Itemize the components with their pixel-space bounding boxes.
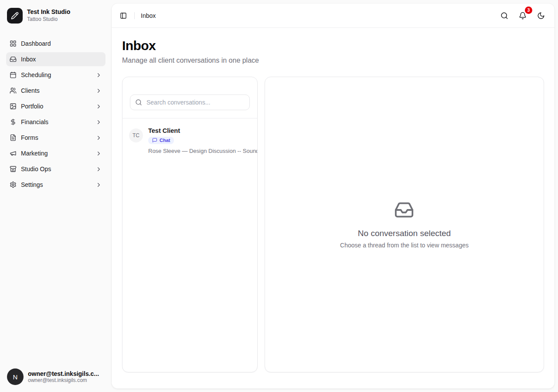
- sidebar-item-marketing[interactable]: Marketing: [6, 146, 105, 160]
- sidebar-item-label: Dashboard: [21, 40, 102, 47]
- chevron-right-icon: [95, 166, 102, 172]
- chevron-right-icon: [95, 72, 102, 78]
- studio-tagline: Tattoo Studio: [27, 16, 70, 23]
- user-email: owner@test.inksigils.com: [28, 377, 99, 383]
- user-info: owner@test.inksigils.c... owner@test.ink…: [28, 370, 99, 383]
- conversation-client-name: Test Client: [148, 127, 257, 135]
- inbox-icon: [394, 200, 414, 220]
- store-icon: [10, 166, 17, 172]
- conversation-detail-panel: No conversation selected Choose a thread…: [265, 77, 544, 372]
- user-account-button[interactable]: N owner@test.inksigils.c... owner@test.i…: [3, 365, 108, 389]
- sidebar-item-label: Studio Ops: [21, 166, 91, 172]
- chevron-right-icon: [95, 135, 102, 141]
- dark-mode-toggle[interactable]: [534, 9, 548, 22]
- sidebar-item-label: Scheduling: [21, 71, 91, 78]
- sidebar-item-inbox[interactable]: Inbox: [6, 52, 105, 66]
- conversation-list-panel: TC Test Client Chat Rose Sleeve — Design…: [122, 77, 258, 372]
- main-content-card: Inbox 3 Inbox Manage all client conversa…: [112, 3, 555, 389]
- sidebar-item-financials[interactable]: Financials: [6, 115, 105, 129]
- sidebar-item-clients[interactable]: Clients: [6, 84, 105, 98]
- panel-left-icon: [120, 12, 127, 19]
- notification-count-badge: 3: [525, 7, 532, 14]
- avatar: N: [7, 368, 24, 385]
- sidebar-item-forms[interactable]: Forms: [6, 131, 105, 145]
- conversation-search-section: [122, 77, 257, 118]
- breadcrumb: Inbox: [141, 12, 156, 19]
- search-conversations-input[interactable]: [130, 95, 250, 110]
- moon-icon: [537, 12, 545, 20]
- header-separator: [134, 12, 135, 19]
- page-subtitle: Manage all client conversations in one p…: [122, 57, 544, 64]
- sidebar-item-portfolio[interactable]: Portfolio: [6, 99, 105, 113]
- conversation-list: TC Test Client Chat Rose Sleeve — Design…: [122, 118, 257, 372]
- empty-state-subtitle: Choose a thread from the list to view me…: [340, 242, 469, 249]
- sidebar-item-label: Settings: [21, 181, 91, 188]
- search-icon: [500, 12, 508, 20]
- sidebar-item-label: Financials: [21, 118, 91, 125]
- sidebar-item-scheduling[interactable]: Scheduling: [6, 68, 105, 82]
- pen-icon: [7, 8, 23, 24]
- gear-icon: [10, 181, 17, 188]
- sidebar-nav: Dashboard Inbox Scheduling Clients Portf…: [3, 37, 108, 365]
- message-square-icon: [152, 138, 157, 143]
- sidebar-item-label: Clients: [21, 87, 91, 94]
- inbox-panels: TC Test Client Chat Rose Sleeve — Design…: [122, 77, 544, 372]
- avatar: TC: [129, 128, 143, 142]
- image-icon: [10, 103, 17, 110]
- studio-brand[interactable]: Test Ink Studio Tattoo Studio: [3, 3, 108, 28]
- inbox-page: Inbox Manage all client conversations in…: [112, 28, 555, 389]
- sidebar-toggle-button[interactable]: [117, 9, 130, 22]
- conversation-preview: Rose Sleeve — Design Discussion -- Sound…: [148, 148, 257, 154]
- chevron-right-icon: [95, 182, 102, 188]
- layout-grid-icon: [10, 40, 17, 47]
- sidebar-item-label: Portfolio: [21, 103, 91, 110]
- file-text-icon: [10, 134, 17, 141]
- chevron-right-icon: [95, 150, 102, 157]
- inbox-icon: [10, 56, 17, 63]
- megaphone-icon: [10, 150, 17, 157]
- user-display-name: owner@test.inksigils.c...: [28, 370, 99, 377]
- notifications-button[interactable]: 3: [516, 9, 529, 22]
- sidebar-item-studio-ops[interactable]: Studio Ops: [6, 162, 105, 176]
- conversation-search: [130, 95, 250, 110]
- sidebar-item-dashboard[interactable]: Dashboard: [6, 37, 105, 51]
- sidebar-item-label: Marketing: [21, 150, 91, 157]
- dollar-sign-icon: [10, 118, 17, 125]
- empty-state-title: No conversation selected: [340, 229, 469, 238]
- chevron-right-icon: [95, 103, 102, 110]
- studio-name: Test Ink Studio: [27, 8, 70, 16]
- page-title: Inbox: [122, 38, 544, 54]
- sidebar-item-label: Inbox: [21, 56, 102, 63]
- channel-badge-label: Chat: [160, 138, 170, 143]
- chevron-right-icon: [95, 119, 102, 125]
- sidebar-item-settings[interactable]: Settings: [6, 178, 105, 192]
- channel-badge: Chat: [148, 137, 174, 144]
- sidebar-item-label: Forms: [21, 134, 91, 141]
- calendar-icon: [10, 71, 17, 78]
- empty-state: No conversation selected Choose a thread…: [340, 200, 469, 249]
- chevron-right-icon: [95, 88, 102, 94]
- brand-text: Test Ink Studio Tattoo Studio: [27, 8, 70, 23]
- search-button[interactable]: [498, 9, 511, 22]
- conversation-item[interactable]: TC Test Client Chat Rose Sleeve — Design…: [122, 118, 257, 160]
- header-actions: 3: [498, 9, 548, 22]
- conversation-summary: Test Client Chat Rose Sleeve — Design Di…: [148, 127, 257, 155]
- top-header: Inbox 3: [112, 3, 555, 28]
- users-icon: [10, 87, 17, 94]
- sidebar: Test Ink Studio Tattoo Studio Dashboard …: [0, 0, 112, 392]
